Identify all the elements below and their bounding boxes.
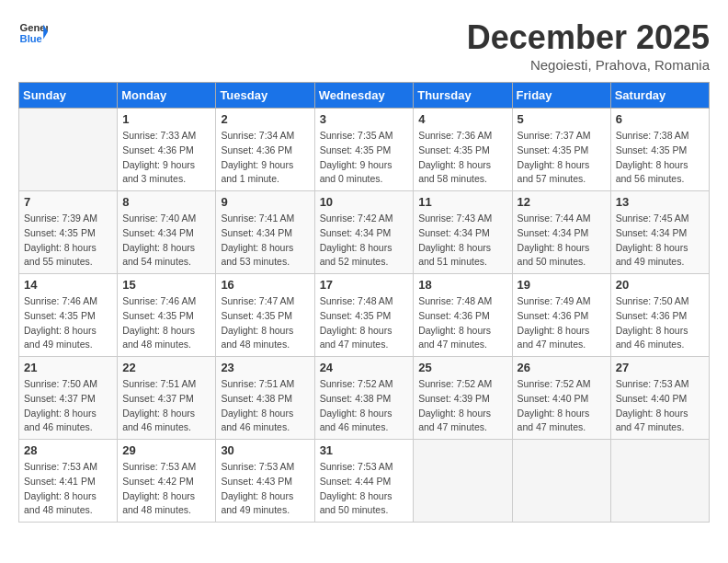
- day-info: Sunrise: 7:40 AMSunset: 4:34 PMDaylight:…: [122, 212, 210, 270]
- day-number: 4: [418, 112, 506, 126]
- day-number: 20: [616, 278, 704, 292]
- day-number: 22: [122, 361, 210, 374]
- calendar-day-cell: 1Sunrise: 7:33 AMSunset: 4:36 PMDaylight…: [118, 109, 216, 191]
- day-info: Sunrise: 7:36 AMSunset: 4:35 PMDaylight:…: [418, 129, 506, 187]
- day-info: Sunrise: 7:53 AMSunset: 4:40 PMDaylight:…: [616, 377, 704, 435]
- day-info: Sunrise: 7:45 AMSunset: 4:34 PMDaylight:…: [616, 212, 704, 270]
- day-info: Sunrise: 7:33 AMSunset: 4:36 PMDaylight:…: [122, 129, 210, 187]
- calendar-table: SundayMondayTuesdayWednesdayThursdayFrid…: [18, 82, 710, 523]
- day-number: 13: [616, 195, 704, 209]
- calendar-day-cell: 31Sunrise: 7:53 AMSunset: 4:44 PMDayligh…: [314, 440, 414, 523]
- day-info: Sunrise: 7:37 AMSunset: 4:35 PMDaylight:…: [518, 129, 606, 187]
- day-number: 10: [320, 195, 409, 209]
- day-info: Sunrise: 7:48 AMSunset: 4:36 PMDaylight:…: [418, 294, 506, 352]
- day-number: 3: [320, 112, 409, 126]
- day-info: Sunrise: 7:50 AMSunset: 4:37 PMDaylight:…: [24, 377, 112, 435]
- day-number: 28: [24, 443, 112, 457]
- day-info: Sunrise: 7:52 AMSunset: 4:40 PMDaylight:…: [518, 377, 606, 435]
- calendar-day-cell: [414, 440, 512, 523]
- day-info: Sunrise: 7:53 AMSunset: 4:43 PMDaylight:…: [221, 460, 309, 518]
- day-number: 14: [24, 278, 112, 292]
- weekday-header-cell: Friday: [512, 83, 610, 109]
- day-number: 5: [518, 112, 606, 126]
- weekday-header-row: SundayMondayTuesdayWednesdayThursdayFrid…: [19, 83, 710, 109]
- calendar-day-cell: 15Sunrise: 7:46 AMSunset: 4:35 PMDayligh…: [118, 274, 216, 357]
- weekday-header-cell: Monday: [118, 83, 216, 109]
- day-info: Sunrise: 7:52 AMSunset: 4:39 PMDaylight:…: [418, 377, 506, 435]
- calendar-week-row: 1Sunrise: 7:33 AMSunset: 4:36 PMDaylight…: [19, 109, 710, 191]
- day-info: Sunrise: 7:35 AMSunset: 4:35 PMDaylight:…: [320, 129, 409, 187]
- day-info: Sunrise: 7:44 AMSunset: 4:34 PMDaylight:…: [518, 212, 606, 270]
- calendar-day-cell: 9Sunrise: 7:41 AMSunset: 4:34 PMDaylight…: [216, 191, 314, 274]
- calendar-day-cell: [610, 440, 709, 523]
- logo-icon: General Blue: [18, 18, 48, 48]
- calendar-day-cell: [512, 440, 610, 523]
- day-number: 6: [616, 112, 704, 126]
- day-number: 16: [221, 278, 309, 292]
- page-header: General Blue December 2025 Negoiesti, Pr…: [18, 18, 710, 73]
- calendar-week-row: 14Sunrise: 7:46 AMSunset: 4:35 PMDayligh…: [19, 274, 710, 357]
- day-number: 1: [122, 112, 210, 126]
- calendar-day-cell: 18Sunrise: 7:48 AMSunset: 4:36 PMDayligh…: [414, 274, 512, 357]
- calendar-week-row: 7Sunrise: 7:39 AMSunset: 4:35 PMDaylight…: [19, 191, 710, 274]
- day-info: Sunrise: 7:42 AMSunset: 4:34 PMDaylight:…: [320, 212, 409, 270]
- calendar-day-cell: 6Sunrise: 7:38 AMSunset: 4:35 PMDaylight…: [610, 109, 709, 191]
- weekday-header-cell: Wednesday: [314, 83, 414, 109]
- calendar-body: 1Sunrise: 7:33 AMSunset: 4:36 PMDaylight…: [19, 109, 710, 523]
- day-number: 23: [221, 361, 309, 374]
- calendar-day-cell: 10Sunrise: 7:42 AMSunset: 4:34 PMDayligh…: [314, 191, 414, 274]
- calendar-day-cell: [19, 109, 118, 191]
- calendar-day-cell: 22Sunrise: 7:51 AMSunset: 4:37 PMDayligh…: [118, 357, 216, 440]
- day-info: Sunrise: 7:39 AMSunset: 4:35 PMDaylight:…: [24, 212, 112, 270]
- day-number: 7: [24, 195, 112, 209]
- day-number: 29: [122, 443, 210, 457]
- day-number: 18: [418, 278, 506, 292]
- title-area: December 2025 Negoiesti, Prahova, Romani…: [467, 18, 710, 73]
- calendar-day-cell: 23Sunrise: 7:51 AMSunset: 4:38 PMDayligh…: [216, 357, 314, 440]
- calendar-day-cell: 14Sunrise: 7:46 AMSunset: 4:35 PMDayligh…: [19, 274, 118, 357]
- calendar-day-cell: 8Sunrise: 7:40 AMSunset: 4:34 PMDaylight…: [118, 191, 216, 274]
- weekday-header-cell: Saturday: [610, 83, 709, 109]
- day-info: Sunrise: 7:50 AMSunset: 4:36 PMDaylight:…: [616, 294, 704, 352]
- day-number: 25: [418, 361, 506, 374]
- calendar-day-cell: 24Sunrise: 7:52 AMSunset: 4:38 PMDayligh…: [314, 357, 414, 440]
- day-info: Sunrise: 7:49 AMSunset: 4:36 PMDaylight:…: [518, 294, 606, 352]
- logo: General Blue: [18, 18, 48, 48]
- calendar-day-cell: 11Sunrise: 7:43 AMSunset: 4:34 PMDayligh…: [414, 191, 512, 274]
- calendar-day-cell: 29Sunrise: 7:53 AMSunset: 4:42 PMDayligh…: [118, 440, 216, 523]
- day-number: 21: [24, 361, 112, 374]
- day-number: 8: [122, 195, 210, 209]
- calendar-day-cell: 2Sunrise: 7:34 AMSunset: 4:36 PMDaylight…: [216, 109, 314, 191]
- day-info: Sunrise: 7:51 AMSunset: 4:37 PMDaylight:…: [122, 377, 210, 435]
- day-number: 11: [418, 195, 506, 209]
- day-info: Sunrise: 7:51 AMSunset: 4:38 PMDaylight:…: [221, 377, 309, 435]
- calendar-day-cell: 3Sunrise: 7:35 AMSunset: 4:35 PMDaylight…: [314, 109, 414, 191]
- day-info: Sunrise: 7:43 AMSunset: 4:34 PMDaylight:…: [418, 212, 506, 270]
- day-number: 19: [518, 278, 606, 292]
- calendar-week-row: 21Sunrise: 7:50 AMSunset: 4:37 PMDayligh…: [19, 357, 710, 440]
- day-number: 2: [221, 112, 309, 126]
- day-number: 30: [221, 443, 309, 457]
- day-number: 24: [320, 361, 409, 374]
- calendar-day-cell: 16Sunrise: 7:47 AMSunset: 4:35 PMDayligh…: [216, 274, 314, 357]
- calendar-day-cell: 5Sunrise: 7:37 AMSunset: 4:35 PMDaylight…: [512, 109, 610, 191]
- day-info: Sunrise: 7:52 AMSunset: 4:38 PMDaylight:…: [320, 377, 409, 435]
- weekday-header-cell: Sunday: [19, 83, 118, 109]
- day-number: 31: [320, 443, 409, 457]
- day-number: 27: [616, 361, 704, 374]
- calendar-day-cell: 12Sunrise: 7:44 AMSunset: 4:34 PMDayligh…: [512, 191, 610, 274]
- day-info: Sunrise: 7:46 AMSunset: 4:35 PMDaylight:…: [122, 294, 210, 352]
- day-info: Sunrise: 7:48 AMSunset: 4:35 PMDaylight:…: [320, 294, 409, 352]
- day-number: 9: [221, 195, 309, 209]
- calendar-day-cell: 21Sunrise: 7:50 AMSunset: 4:37 PMDayligh…: [19, 357, 118, 440]
- day-info: Sunrise: 7:47 AMSunset: 4:35 PMDaylight:…: [221, 294, 309, 352]
- day-info: Sunrise: 7:34 AMSunset: 4:36 PMDaylight:…: [221, 129, 309, 187]
- day-info: Sunrise: 7:53 AMSunset: 4:41 PMDaylight:…: [24, 460, 112, 518]
- day-number: 17: [320, 278, 409, 292]
- day-info: Sunrise: 7:41 AMSunset: 4:34 PMDaylight:…: [221, 212, 309, 270]
- weekday-header-cell: Tuesday: [216, 83, 314, 109]
- day-number: 15: [122, 278, 210, 292]
- calendar-day-cell: 13Sunrise: 7:45 AMSunset: 4:34 PMDayligh…: [610, 191, 709, 274]
- day-info: Sunrise: 7:53 AMSunset: 4:44 PMDaylight:…: [320, 460, 409, 518]
- day-number: 12: [518, 195, 606, 209]
